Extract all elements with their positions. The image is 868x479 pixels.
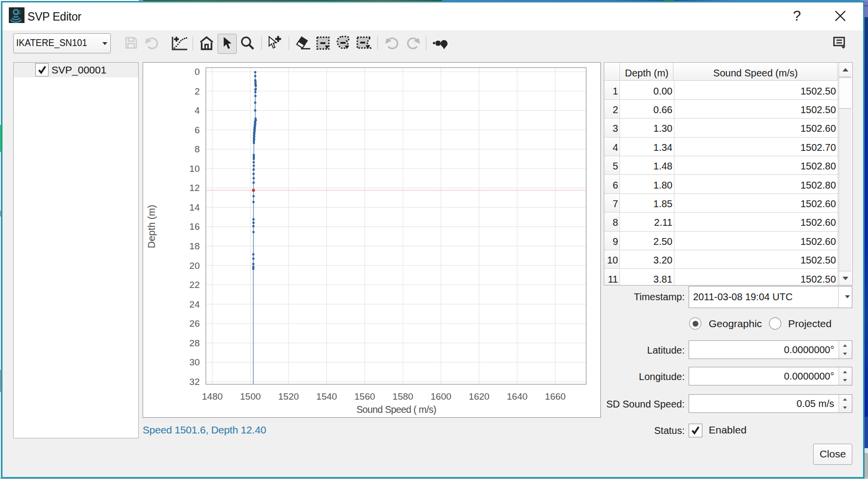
svg-text:1620: 1620: [469, 391, 489, 401]
svg-text:16: 16: [189, 221, 199, 232]
svg-text:1580: 1580: [392, 391, 413, 401]
svg-text:1540: 1540: [316, 391, 337, 401]
svg-text:22: 22: [189, 280, 199, 290]
svg-text:1660: 1660: [545, 391, 565, 401]
svg-text:20: 20: [189, 260, 199, 270]
svg-text:14: 14: [189, 202, 200, 212]
svg-text:30: 30: [189, 357, 199, 367]
svg-text:0: 0: [194, 66, 199, 76]
svg-text:2: 2: [194, 86, 199, 96]
svg-text:8: 8: [194, 144, 199, 154]
svg-text:1600: 1600: [430, 391, 451, 401]
svg-text:26: 26: [189, 318, 199, 329]
svg-text:24: 24: [189, 299, 200, 309]
svg-text:4: 4: [194, 105, 199, 116]
svg-text:1500: 1500: [240, 391, 260, 401]
svg-text:6: 6: [194, 124, 199, 135]
svg-text:18: 18: [189, 240, 199, 251]
svg-text:32: 32: [189, 376, 199, 386]
svg-text:Sound Speed ( m/s): Sound Speed ( m/s): [356, 404, 436, 414]
svg-text:Depth (m): Depth (m): [146, 205, 156, 248]
svg-text:1520: 1520: [278, 391, 298, 401]
svg-text:12: 12: [189, 183, 199, 193]
svg-text:28: 28: [189, 337, 199, 348]
svg-text:1640: 1640: [507, 391, 527, 401]
svg-text:10: 10: [189, 163, 199, 173]
svg-text:1480: 1480: [202, 391, 223, 401]
svg-text:1560: 1560: [354, 391, 375, 401]
